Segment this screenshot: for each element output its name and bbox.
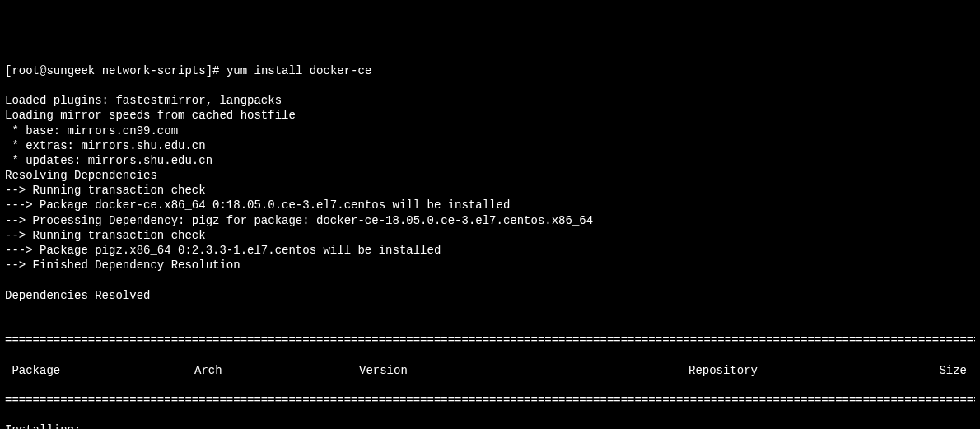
output-line: * updates: mirrors.shu.edu.cn bbox=[5, 153, 975, 168]
separator: ========================================… bbox=[5, 333, 975, 347]
output-line: --> Running transaction check bbox=[5, 183, 975, 198]
prompt-host: sungeek bbox=[46, 64, 95, 77]
prompt-cwd: network-scripts bbox=[102, 64, 206, 77]
col-version: Version bbox=[359, 363, 688, 378]
command-input[interactable]: yum install docker-ce bbox=[226, 64, 371, 77]
output-line: Loading mirror speeds from cached hostfi… bbox=[5, 108, 975, 123]
section-title: Installing: bbox=[5, 422, 975, 429]
package-sections: Installing: docker-cex86_6418.05.0.ce-3.… bbox=[5, 422, 975, 429]
output-preamble: Loaded plugins: fastestmirror, langpacks… bbox=[5, 93, 975, 318]
output-line: --> Finished Dependency Resolution bbox=[5, 258, 975, 273]
prompt-line: [root@sungeek network-scripts]# yum inst… bbox=[5, 63, 975, 78]
prompt-user: root bbox=[12, 64, 40, 77]
prompt-hash: # bbox=[212, 64, 219, 77]
col-arch: Arch bbox=[194, 363, 359, 378]
col-repo: Repository bbox=[688, 363, 886, 378]
output-line: ---> Package pigz.x86_64 0:2.3.3-1.el7.c… bbox=[5, 243, 975, 258]
table-header: PackageArchVersionRepositorySize bbox=[5, 363, 975, 378]
output-line: --> Processing Dependency: pigz for pack… bbox=[5, 213, 975, 228]
output-line: * extras: mirrors.shu.edu.cn bbox=[5, 138, 975, 153]
output-line: Dependencies Resolved bbox=[5, 288, 975, 303]
output-line: Resolving Dependencies bbox=[5, 168, 975, 183]
col-package: Package bbox=[5, 363, 194, 378]
output-line: * base: mirrors.cn99.com bbox=[5, 124, 975, 138]
output-line: --> Running transaction check bbox=[5, 228, 975, 243]
output-line bbox=[5, 303, 975, 318]
output-line: Loaded plugins: fastestmirror, langpacks bbox=[5, 93, 975, 108]
col-size: Size bbox=[886, 363, 975, 378]
separator: ========================================… bbox=[5, 393, 975, 408]
output-line: ---> Package docker-ce.x86_64 0:18.05.0.… bbox=[5, 198, 975, 212]
output-line bbox=[5, 273, 975, 287]
